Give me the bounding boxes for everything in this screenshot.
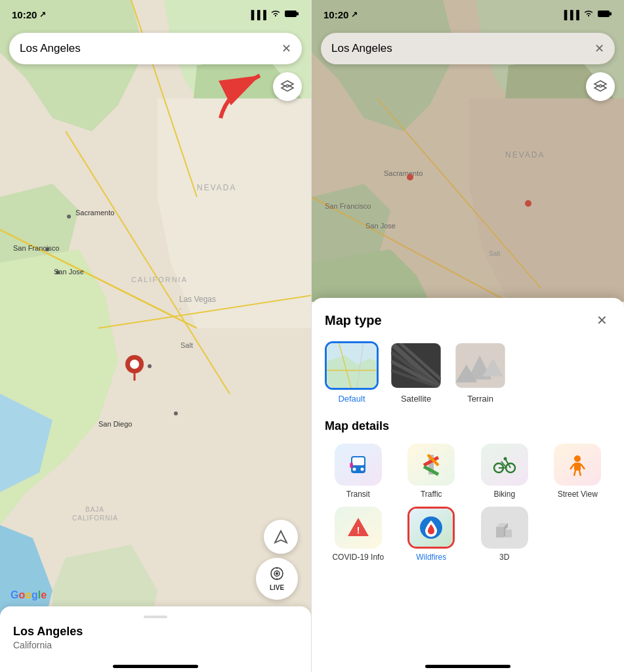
right-phone: Sacramento San Francisco San Jose NEVADA… (312, 0, 624, 672)
map-type-terrain[interactable]: Terrain (453, 341, 507, 404)
svg-marker-36 (281, 81, 293, 87)
svg-point-95 (503, 457, 507, 461)
status-bar-left: 10:20 ↗ ▐▐▐ (0, 0, 311, 29)
battery-icon-left (285, 10, 299, 20)
time-left: 10:20 ↗ (12, 9, 46, 20)
signal-icon-left: ▐▐▐ (248, 10, 266, 20)
svg-rect-105 (496, 527, 504, 537)
svg-text:BAJA: BAJA (85, 506, 104, 513)
map-type-row: Default Satellite (325, 341, 611, 404)
covid-label: COVID-19 Info (332, 553, 384, 562)
svg-marker-39 (275, 531, 287, 543)
svg-point-83 (352, 468, 356, 471)
bottom-card: Los Angeles California (0, 606, 311, 672)
location-arrow-left: ↗ (39, 10, 46, 19)
svg-text:San Jose: San Jose (54, 268, 84, 276)
svg-point-42 (276, 572, 278, 575)
map-type-satellite-label: Satellite (401, 394, 431, 404)
svg-rect-85 (350, 463, 353, 468)
traffic-label: Traffic (421, 490, 442, 499)
sheet-header: Map type ✕ (325, 311, 611, 329)
search-text-left: Los Angeles (20, 42, 281, 55)
status-icons-left: ▐▐▐ (248, 10, 299, 20)
detail-traffic[interactable]: Traffic (398, 444, 465, 499)
left-phone: Sacramento San Francisco San Jose Las Ve… (0, 0, 312, 672)
bottom-card-title: Los Angeles (13, 625, 298, 639)
svg-rect-63 (610, 12, 612, 15)
search-bar-left[interactable]: Los Angeles ✕ (9, 33, 302, 64)
search-close-right[interactable]: ✕ (594, 41, 604, 56)
svg-text:San Francisco: San Francisco (13, 244, 59, 252)
wildfires-thumb-border (407, 507, 455, 549)
layers-button-right[interactable] (586, 72, 615, 101)
traffic-thumb (407, 444, 455, 486)
map-type-satellite[interactable]: Satellite (389, 341, 443, 404)
svg-rect-97 (574, 463, 581, 471)
svg-text:CALIFORNIA: CALIFORNIA (131, 276, 188, 284)
map-type-default-label: Default (338, 394, 365, 404)
svg-text:San Diego: San Diego (98, 420, 132, 428)
detail-wildfires[interactable]: Wildfires (398, 507, 465, 562)
svg-rect-62 (598, 10, 610, 17)
svg-text:!: ! (356, 525, 360, 536)
home-indicator-right (425, 665, 510, 668)
biking-thumb (481, 444, 528, 486)
live-label: LIVE (270, 584, 284, 591)
svg-rect-35 (297, 12, 299, 15)
biking-label: Biking (493, 490, 515, 499)
bottom-card-subtitle: California (13, 640, 298, 650)
map-type-default[interactable]: Default (325, 341, 379, 404)
street-view-label: Street View (558, 490, 598, 499)
wildfires-label: Wildfires (416, 553, 446, 562)
status-bar-right: 10:20 ↗ ▐▐▐ (312, 0, 624, 29)
wifi-icon-left (270, 10, 281, 20)
live-button[interactable]: LIVE (256, 558, 298, 600)
svg-rect-108 (505, 530, 512, 537)
3d-thumb (481, 507, 528, 549)
search-text-right: Los Angeles (331, 42, 594, 55)
battery-icon-right (598, 10, 612, 20)
street-view-thumb (554, 444, 601, 486)
map-details-title: Map details (325, 419, 611, 433)
svg-point-15 (67, 215, 71, 219)
svg-line-100 (574, 471, 575, 476)
map-type-satellite-thumb (389, 341, 443, 390)
svg-marker-37 (281, 85, 293, 91)
detail-covid[interactable]: ! COVID-19 Info (325, 507, 392, 562)
home-indicator-left (113, 665, 198, 668)
detail-3d[interactable]: 3D (471, 507, 538, 562)
google-logo: Google (10, 589, 47, 601)
wifi-icon-right (583, 10, 594, 20)
svg-text:◦: ◦ (179, 305, 182, 312)
transit-label: Transit (346, 490, 370, 499)
status-icons-right: ▐▐▐ (561, 10, 612, 20)
signal-icon-right: ▐▐▐ (561, 10, 579, 20)
time-right: 10:20 ↗ (323, 9, 358, 20)
svg-point-84 (360, 468, 364, 471)
map-type-terrain-label: Terrain (467, 394, 493, 404)
search-close-left[interactable]: ✕ (281, 41, 291, 56)
svg-text:CALIFORNIA: CALIFORNIA (72, 514, 118, 522)
3d-label: 3D (499, 553, 509, 562)
covid-thumb: ! (335, 507, 382, 549)
svg-rect-34 (285, 10, 297, 17)
svg-line-101 (579, 471, 581, 476)
svg-rect-82 (352, 457, 364, 465)
svg-marker-64 (594, 81, 606, 87)
svg-text:Salt: Salt (180, 341, 193, 349)
map-type-terrain-thumb (453, 341, 507, 390)
detail-transit[interactable]: Transit (325, 444, 392, 499)
svg-text:NEVADA: NEVADA (197, 183, 236, 192)
svg-point-19 (174, 411, 178, 415)
red-arrow-annotation (214, 66, 280, 127)
search-bar-right[interactable]: Los Angeles ✕ (321, 33, 615, 64)
navigation-button[interactable] (264, 520, 298, 554)
map-type-title: Map type (325, 313, 382, 328)
svg-point-96 (574, 455, 581, 462)
svg-point-32 (130, 360, 139, 369)
detail-street-view[interactable]: Street View (545, 444, 612, 499)
svg-text:Sacramento: Sacramento (75, 209, 114, 217)
svg-line-98 (570, 464, 574, 469)
sheet-close-button[interactable]: ✕ (593, 311, 611, 329)
detail-biking[interactable]: Biking (471, 444, 538, 499)
